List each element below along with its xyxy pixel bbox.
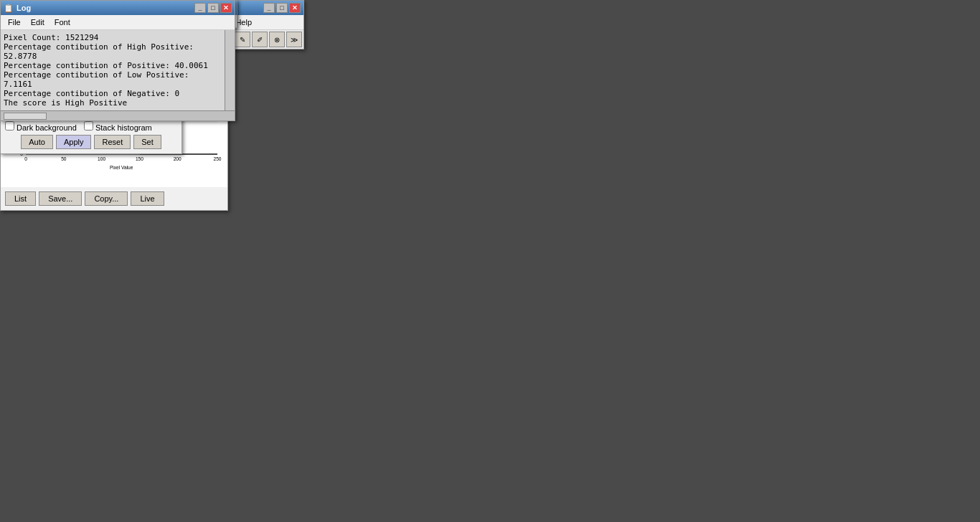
threshold-stack-hist-checkbox[interactable]: [84, 121, 93, 130]
log-vscrollbar[interactable]: [225, 30, 235, 110]
histogram-save-btn[interactable]: Save...: [39, 191, 82, 206]
log-menu-file[interactable]: File: [4, 16, 25, 28]
threshold-reset-btn[interactable]: Reset: [94, 135, 131, 149]
histogram-buttons: List Save... Copy... Live: [1, 187, 227, 210]
histogram-live-btn[interactable]: Live: [131, 191, 164, 206]
log-menu-font[interactable]: Font: [50, 16, 75, 28]
imagej-close-btn[interactable]: ✕: [289, 3, 301, 13]
log-titlebar: 📋 Log _ □ ✕: [1, 1, 235, 15]
imagej-maximize-btn[interactable]: □: [276, 3, 288, 13]
log-line-2: Percentage contibution of High Positive:…: [4, 42, 222, 61]
threshold-stack-hist-text: Stack histogram: [95, 123, 152, 132]
svg-text:50: 50: [61, 156, 67, 161]
log-menubar: File Edit Font: [1, 15, 235, 30]
tool-draw1[interactable]: ✎: [235, 32, 250, 47]
log-icon: 📋: [4, 4, 14, 13]
threshold-checkboxes: Dark background Stack histogram: [5, 121, 177, 132]
log-line-6: The score is High Positive: [4, 98, 222, 108]
tool-cross[interactable]: ⊗: [269, 32, 285, 47]
log-content: Pixel Count: 1521294 Percentage contibut…: [1, 30, 225, 110]
log-content-area: Pixel Count: 1521294 Percentage contibut…: [1, 30, 235, 110]
histogram-list-btn[interactable]: List: [5, 191, 36, 206]
log-line-5: Percentage contibution of Negative: 0: [4, 89, 222, 98]
threshold-action-buttons: Auto Apply Reset Set: [5, 135, 177, 149]
svg-text:200: 200: [174, 156, 182, 161]
svg-text:0: 0: [24, 156, 27, 161]
threshold-dark-bg-label[interactable]: Dark background: [5, 121, 77, 132]
svg-text:100: 100: [98, 156, 105, 161]
threshold-auto-btn[interactable]: Auto: [21, 135, 53, 149]
imagej-minimize-btn[interactable]: _: [263, 3, 275, 13]
log-minimize-btn[interactable]: _: [194, 3, 206, 13]
log-menu-edit[interactable]: Edit: [27, 16, 49, 28]
svg-text:250: 250: [213, 156, 221, 161]
threshold-stack-hist-label[interactable]: Stack histogram: [84, 121, 152, 132]
log-title: Log: [17, 4, 31, 12]
tool-arrows[interactable]: ≫: [286, 32, 302, 47]
log-hscroll-thumb[interactable]: [4, 113, 47, 120]
threshold-set-btn[interactable]: Set: [133, 135, 161, 149]
log-controls[interactable]: _ □ ✕: [194, 3, 232, 13]
histogram-copy-btn[interactable]: Copy...: [85, 191, 128, 206]
log-close-btn[interactable]: ✕: [220, 3, 232, 13]
threshold-apply-btn[interactable]: Apply: [56, 135, 92, 149]
threshold-dark-bg-checkbox[interactable]: [5, 121, 14, 130]
log-line-1: Pixel Count: 1521294: [4, 33, 222, 42]
log-line-4: Percentage contibution of Low Positive: …: [4, 70, 222, 89]
tool-draw2[interactable]: ✐: [252, 32, 268, 47]
svg-text:Pixel Value: Pixel Value: [110, 165, 133, 170]
threshold-dark-bg-text: Dark background: [17, 123, 77, 132]
log-hscrollbar[interactable]: [1, 110, 235, 120]
svg-text:150: 150: [136, 156, 143, 161]
imagej-controls[interactable]: _ □ ✕: [263, 3, 301, 13]
log-window: 📋 Log _ □ ✕ File Edit Font Pixel Count: …: [0, 0, 235, 121]
log-maximize-btn[interactable]: □: [207, 3, 219, 13]
log-line-3: Percentage contibution of Positive: 40.0…: [4, 61, 222, 70]
